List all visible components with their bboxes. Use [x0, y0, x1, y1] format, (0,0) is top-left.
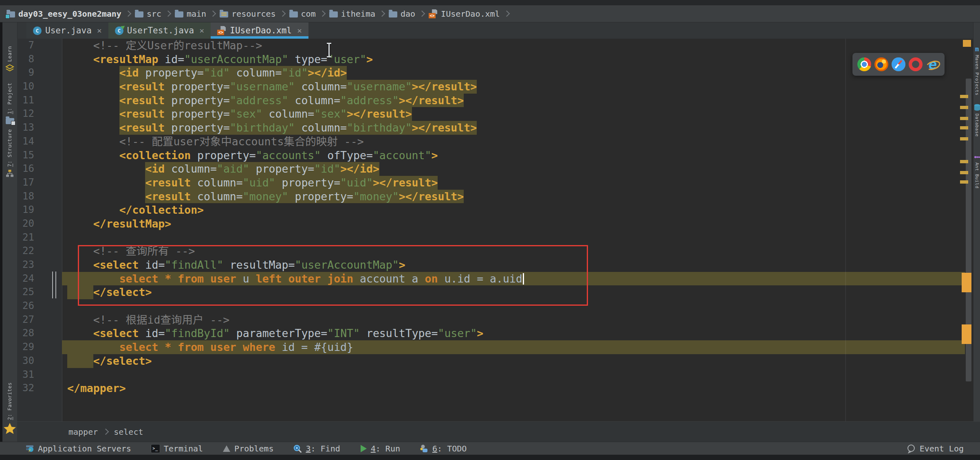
code-text[interactable]: <!-- 根据id查询用户 -->	[62, 313, 965, 327]
code-text[interactable]: <result property="address" column="addre…	[62, 94, 965, 107]
code-text[interactable]: <!-- 配置user对象中accounts集合的映射 -->	[62, 135, 965, 149]
code-text[interactable]: </select>	[62, 354, 965, 368]
line-number: 9	[17, 66, 62, 80]
code-token: <collection	[119, 149, 191, 162]
mnemonic-digit: 4	[371, 444, 376, 453]
code-token: select * from user where	[119, 340, 275, 354]
code-text[interactable]: <id column="aid" property="id"></id>	[62, 162, 965, 176]
code-text[interactable]: select * from user where id = #{uid}	[62, 340, 965, 354]
code-text[interactable]: </resultMap>	[62, 217, 965, 231]
code-text[interactable]: <result property="username" column="user…	[62, 80, 965, 94]
inspection-indicator[interactable]	[963, 40, 971, 47]
label: : Find	[311, 444, 340, 453]
code-token: "uid"	[340, 176, 373, 190]
code-text[interactable]: <select id="findById" parameterType="INT…	[62, 326, 965, 340]
code-token: property=	[165, 107, 230, 121]
code-token: "username"	[230, 80, 295, 94]
tab-iuserdao-xml[interactable]: <>IUserDao.xml×	[211, 22, 308, 39]
breadcrumb-item[interactable]: src	[135, 9, 161, 19]
close-icon[interactable]: ×	[97, 26, 102, 35]
tool-window-button-favorites[interactable]: 2: Favorites	[2, 382, 17, 434]
line-number: 30	[17, 354, 62, 368]
status-button-run[interactable]: 4: Run	[360, 444, 400, 453]
code-line-16: 16 <id column="aid" property="id"></id>	[17, 162, 965, 176]
ie-icon[interactable]: e	[926, 57, 940, 71]
code-token	[67, 340, 119, 354]
line-number: 14	[17, 135, 62, 149]
code-line-12: 12 <result property="sex" column="sex"><…	[17, 107, 965, 121]
tab-user-java[interactable]: CUser.java×	[26, 22, 108, 39]
breadcrumb-item[interactable]: com	[289, 9, 316, 19]
error-stripe-mark	[960, 117, 968, 120]
close-icon[interactable]: ×	[297, 26, 302, 35]
code-token: <select	[93, 326, 139, 340]
code-text[interactable]: <collection property="accounts" ofType="…	[62, 149, 965, 162]
code-token: >	[477, 326, 483, 340]
firefox-icon[interactable]	[874, 57, 888, 71]
code-token: "userAccountMap"	[184, 53, 288, 66]
code-token: ofType=	[321, 149, 373, 162]
label-with-mnemonic: 3: Find	[306, 444, 340, 453]
code-token: "money"	[353, 190, 399, 204]
code-text[interactable]: <!-- 定义User的resultMap-->	[62, 39, 965, 53]
tab-usertest-java[interactable]: CUserTest.java×	[108, 22, 211, 39]
code-text[interactable]: </collection>	[62, 203, 965, 217]
tag-breadcrumb-item[interactable]: mapper	[68, 427, 98, 437]
code-text[interactable]	[62, 231, 965, 245]
code-token: <id	[119, 66, 139, 80]
status-button-todo[interactable]: 6: TODO	[420, 444, 467, 453]
safari-icon[interactable]	[892, 57, 905, 71]
status-button-problems[interactable]: Problems	[222, 444, 273, 453]
breadcrumb-item[interactable]: dao	[389, 9, 415, 19]
status-button-eventlog[interactable]: Event Log	[906, 444, 964, 453]
line-number: 28	[17, 326, 62, 340]
tool-window-button-project[interactable]: 1: Project	[2, 83, 17, 124]
status-bar: Application Servers>_TerminalProblems3: …	[0, 442, 980, 455]
chrome-icon[interactable]	[857, 57, 871, 71]
maven-icon: m	[975, 46, 979, 53]
code-text[interactable]: <resultMap id="userAccountMap" type="use…	[62, 53, 965, 66]
line-number: 11	[17, 94, 62, 107]
label-with-mnemonic: 7: Structure	[7, 129, 12, 167]
breadcrumb-item[interactable]: <>IUserDao.xml	[429, 9, 500, 19]
code-editor[interactable]: 7 <!-- 定义User的resultMap-->8 <resultMap i…	[17, 39, 973, 421]
code-text[interactable]: <result property="birthday" column="birt…	[62, 121, 965, 135]
close-icon[interactable]: ×	[199, 26, 204, 35]
breadcrumb-item[interactable]: itheima	[329, 9, 375, 19]
code-text[interactable]	[62, 368, 965, 382]
tool-window-button-antbuild[interactable]: Ant Build	[973, 154, 980, 188]
tool-window-button-database[interactable]: Database	[973, 104, 980, 137]
code-text[interactable]: </mapper>	[62, 381, 965, 395]
run-icon	[360, 445, 367, 453]
code-text[interactable]: <id property="id" column="id"></id>	[62, 66, 965, 80]
code-token: ></result>	[412, 121, 477, 135]
error-stripe-mark	[960, 171, 968, 174]
class-icon: C	[33, 26, 42, 35]
code-line-20: 20 </resultMap>	[17, 217, 965, 231]
breadcrumb-label: IUserDao.xml	[441, 9, 500, 19]
code-text[interactable]: <result property="sex" column="sex"></re…	[62, 107, 965, 121]
tag-breadcrumb-item[interactable]: select	[114, 427, 143, 437]
error-stripe-mark	[960, 95, 968, 98]
code-token: ></result>	[399, 94, 464, 107]
line-number: 12	[17, 107, 62, 121]
breadcrumb-item[interactable]: main	[175, 9, 206, 19]
tool-window-button-learn[interactable]: Learn	[2, 46, 17, 72]
status-button-find[interactable]: 3: Find	[293, 444, 340, 453]
code-token: <result	[119, 80, 165, 94]
code-token: "sex"	[314, 107, 347, 121]
favorites-star-icon	[4, 423, 16, 434]
breadcrumb-item[interactable]: resources	[220, 9, 275, 19]
breadcrumb-item[interactable]: day03_eesy_03one2many	[7, 9, 121, 19]
status-button-applicationservers[interactable]: Application Servers	[25, 444, 131, 453]
line-number: 13	[17, 121, 62, 135]
code-line-15: 15 <collection property="accounts" ofTyp…	[17, 149, 965, 162]
tool-window-button-mavenprojects[interactable]: mMaven Projects	[973, 46, 980, 96]
code-text[interactable]: <result column="money" property="money">…	[62, 190, 965, 204]
code-text[interactable]: <result column="uid" property="uid"></re…	[62, 176, 965, 190]
status-button-terminal[interactable]: >_Terminal	[151, 444, 203, 453]
opera-icon[interactable]	[909, 57, 923, 71]
code-token: "address"	[230, 94, 288, 107]
tool-window-button-structure[interactable]: 7: Structure	[2, 129, 17, 177]
code-token: "findById"	[165, 326, 230, 340]
